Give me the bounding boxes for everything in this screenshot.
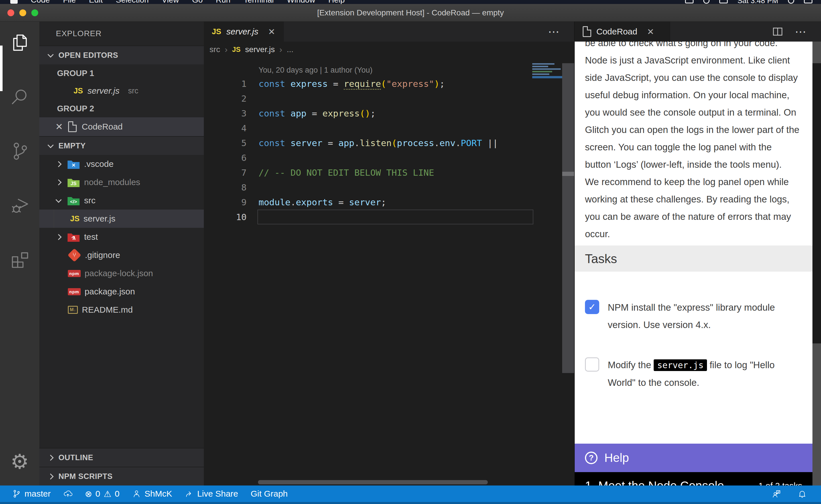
tree-item-src[interactable]: </> src	[39, 191, 204, 210]
run-debug-view-button[interactable]	[0, 184, 39, 227]
explorer-sidebar: EXPLORER OPEN EDITORS GROUP 1 JS server.…	[39, 22, 204, 485]
code-line-1[interactable]: 1 const express = require("express");	[204, 76, 574, 91]
breadcrumb-symbol[interactable]: ...	[287, 45, 293, 54]
tree-item-vscode[interactable]: ✕ .vscode	[39, 155, 204, 173]
tree-item-readme[interactable]: M↓ README.md	[39, 301, 204, 319]
open-editors-header[interactable]: OPEN EDITORS	[39, 46, 204, 64]
npm-scripts-section-header[interactable]: NPM SCRIPTS	[39, 467, 204, 485]
problems-status[interactable]: ⊗ 0 ⚠ 0	[85, 489, 119, 499]
zoom-window-button[interactable]	[31, 9, 38, 16]
menu-go[interactable]: Go	[192, 0, 203, 4]
coderoad-panel: CodeRoad ✕ ⋯ be able to check what's goi…	[575, 22, 821, 485]
coderoad-webview[interactable]: be able to check what's going on in your…	[575, 42, 812, 444]
live-share-button[interactable]: Live Share	[185, 489, 238, 499]
code-editor[interactable]: You, 20 days ago | 1 author (You) 1 cons…	[204, 58, 574, 485]
split-editor-icon[interactable]	[772, 26, 783, 37]
tree-item-test[interactable]: ⚗ test	[39, 228, 204, 246]
menu-view[interactable]: View	[162, 0, 179, 4]
sync-changes-button[interactable]	[63, 489, 72, 498]
line-number: 8	[204, 182, 247, 192]
code-line-2[interactable]: 2	[204, 91, 574, 106]
close-icon[interactable]: ✕	[268, 27, 275, 37]
code-line-3[interactable]: 3 const app = express();	[204, 106, 574, 121]
more-actions-icon[interactable]: ⋯	[548, 25, 560, 38]
chevron-right-icon	[56, 161, 62, 167]
svg-text:⚗: ⚗	[71, 235, 75, 241]
tree-item-label: server.js	[83, 214, 115, 224]
breadcrumb-file[interactable]: server.js	[245, 45, 275, 54]
git-icon	[68, 248, 81, 262]
extensions-view-button[interactable]	[0, 238, 39, 281]
menubar-clock: Sat 3:48 PM	[738, 0, 778, 4]
editor-scrollbar[interactable]	[562, 63, 574, 373]
indent-guide	[54, 210, 54, 228]
source-control-view-button[interactable]	[0, 130, 39, 173]
minimap[interactable]	[532, 63, 562, 78]
horizontal-scrollbar-thumb[interactable]	[258, 480, 488, 484]
breadcrumb[interactable]: src › JS server.js › ...	[204, 42, 574, 58]
code-line-4[interactable]: 4	[204, 121, 574, 136]
sidebar-title: EXPLORER	[39, 22, 204, 46]
tree-item-gitignore[interactable]: .gitignore	[39, 246, 204, 264]
breadcrumb-folder[interactable]: src	[210, 45, 220, 54]
tab-coderoad[interactable]: CodeRoad ✕	[575, 22, 670, 42]
js-file-icon: JS	[73, 87, 83, 95]
code-line-6[interactable]: 6	[204, 150, 574, 165]
webview-scrollbar-thumb[interactable]	[812, 63, 821, 343]
chevron-right-icon	[56, 179, 62, 185]
task-checkbox-unchecked[interactable]	[585, 357, 599, 372]
folder-section-header[interactable]: EMPTY	[39, 136, 204, 155]
manage-gear-button[interactable]: ⚙	[0, 444, 39, 479]
code-line-5[interactable]: 5 const server = app.listen(process.env.…	[204, 136, 574, 150]
menu-selection[interactable]: Selection	[116, 0, 148, 4]
tree-item-serverjs[interactable]: JS server.js	[39, 210, 204, 228]
git-graph-button[interactable]: Git Graph	[251, 489, 288, 499]
open-editor-serverjs[interactable]: JS server.js src	[39, 82, 204, 100]
menu-edit[interactable]: Edit	[89, 0, 103, 4]
outline-section-header[interactable]: OUTLINE	[39, 448, 204, 467]
apple-menu-icon[interactable]	[10, 0, 18, 4]
close-icon[interactable]: ✕	[647, 27, 654, 37]
task-checkbox-checked[interactable]: ✓	[585, 300, 599, 314]
menu-code[interactable]: Code	[31, 0, 50, 4]
webview-scrollbar[interactable]	[812, 42, 821, 504]
tutorial-paragraph: be able to check what's going on in your…	[585, 42, 800, 173]
tree-item-node-modules[interactable]: JS node_modules	[39, 173, 204, 191]
code-line-7[interactable]: 7 // -- DO NOT EDIT BELOW THIS LINE	[204, 165, 574, 180]
search-view-button[interactable]	[0, 76, 39, 118]
codelens-annotation[interactable]: You, 20 days ago | 1 author (You)	[204, 58, 574, 76]
code-line-10-current[interactable]: 10	[204, 210, 574, 224]
menu-run[interactable]: Run	[216, 0, 230, 4]
menu-help[interactable]: Help	[328, 0, 345, 4]
more-actions-icon[interactable]: ⋯	[795, 25, 807, 38]
js-file-icon: JS	[70, 214, 79, 223]
close-window-button[interactable]	[7, 9, 14, 16]
open-editor-coderoad[interactable]: ✕ CodeRoad	[39, 117, 204, 136]
close-icon[interactable]: ✕	[55, 122, 63, 131]
menu-window[interactable]: Window	[287, 0, 315, 4]
tree-item-package-json[interactable]: npm package.json	[39, 282, 204, 301]
minimize-window-button[interactable]	[19, 9, 26, 16]
line-number: 6	[204, 153, 247, 163]
explorer-view-button[interactable]	[0, 22, 39, 64]
tree-item-package-lock[interactable]: npm package-lock.json	[39, 264, 204, 282]
code-line-8[interactable]: 8	[204, 180, 574, 195]
inline-code-chip: server.js	[654, 359, 707, 371]
tab-label: CodeRoad	[596, 27, 637, 36]
account-status[interactable]: ShMcK	[132, 489, 172, 499]
line-number: 5	[204, 138, 247, 148]
bell-icon[interactable]	[798, 489, 807, 498]
line-number: 3	[204, 108, 247, 118]
menubar-status-icons[interactable]: Sat 3:48 PM	[685, 0, 812, 4]
editor-scrollbar-thumb[interactable]	[562, 172, 574, 176]
code-line-9[interactable]: 9 module.exports = server;	[204, 195, 574, 210]
feedback-icon[interactable]	[772, 489, 781, 498]
tab-serverjs[interactable]: JS server.js ✕	[204, 22, 284, 42]
menu-terminal[interactable]: Terminal	[244, 0, 274, 4]
tree-item-label: .gitignore	[85, 250, 120, 260]
help-button[interactable]: ? Help	[575, 444, 812, 472]
menu-file[interactable]: File	[63, 0, 76, 4]
git-branch-status[interactable]: master	[12, 489, 51, 499]
title-bar[interactable]: [Extension Development Host] - CodeRoad …	[0, 4, 821, 22]
display-icon	[685, 0, 694, 3]
